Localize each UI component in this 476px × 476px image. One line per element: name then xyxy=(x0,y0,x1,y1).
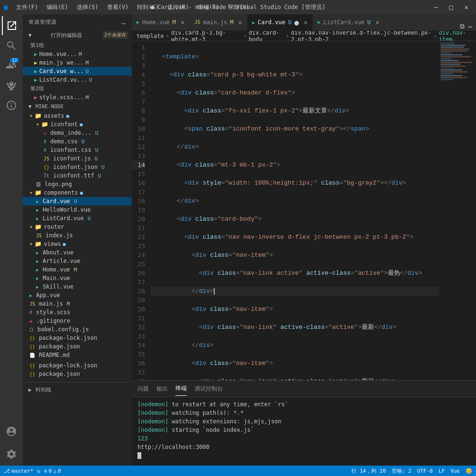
tree-iconfont-ttf[interactable]: Tt iconfont.ttf U xyxy=(23,171,132,180)
open-editors-section[interactable]: ▼ 打开的编辑器 2个未保存 xyxy=(23,29,132,41)
style-scss-icon: # xyxy=(29,310,32,315)
open-file-home-vue-badge: M xyxy=(79,51,82,57)
open-file-style-scss[interactable]: ▶ style.scss... M xyxy=(23,93,132,102)
tab-problems[interactable]: 问题 xyxy=(137,382,149,396)
gitignore-label: .gitignore xyxy=(36,317,70,324)
tree-helloworld-vue[interactable]: ▶ HelloWorld.vue xyxy=(23,205,132,214)
open-editors-label: 打开的编辑器 xyxy=(51,32,82,39)
tab-card-vue[interactable]: ▶ Card.vue U ● × xyxy=(247,14,313,30)
status-encoding[interactable]: UTF-8 xyxy=(417,468,433,474)
tree-views[interactable]: ▾ 📁 views ● xyxy=(23,240,132,248)
status-errors[interactable]: ⊘ 0 △ 0 xyxy=(44,468,61,474)
tree-demo-index[interactable]: ◇ demo_inde... U xyxy=(23,129,132,137)
tab-debug-console[interactable]: 调试控制台 xyxy=(194,382,223,396)
activity-source-control[interactable]: 12 xyxy=(2,56,21,75)
maximize-button[interactable]: □ xyxy=(445,3,457,11)
open-file-main-js[interactable]: ▶ main.js we... M xyxy=(23,58,132,67)
tree-logo-png[interactable]: 🖼 logo.png xyxy=(23,180,132,188)
tab-main-js[interactable]: JS main.js M × xyxy=(190,14,247,30)
tree-assets[interactable]: ▾ 📁 assets ● xyxy=(23,112,132,120)
open-file-home-vue[interactable]: ▶ Home.vue... M xyxy=(23,50,132,58)
code-line-14: </div> xyxy=(151,287,439,296)
status-sync[interactable]: ↻ xyxy=(37,468,40,474)
tree-components[interactable]: ▾ 📁 components ● xyxy=(23,188,132,197)
tab-terminal[interactable]: 终端 xyxy=(175,382,187,396)
menu-view[interactable]: 查看(V) xyxy=(103,2,133,12)
tree-root-pkg[interactable]: {} package.json xyxy=(23,370,132,378)
tree-iconfont[interactable]: ▾ 📁 iconfont ● xyxy=(23,120,132,129)
tree-gitignore[interactable]: ◈ .gitignore xyxy=(23,317,132,325)
timeline-section[interactable]: ▶ 时间线 xyxy=(23,384,132,395)
tree-package-lock-json[interactable]: {} package-lock.json xyxy=(23,334,132,342)
iconfont-js-icon: JS xyxy=(44,156,49,161)
activity-debug[interactable] xyxy=(2,76,21,95)
assets-label: assets xyxy=(44,112,64,119)
menu-file[interactable]: 文件(F) xyxy=(12,2,42,12)
tab-listcard-vue-close[interactable]: × xyxy=(375,19,379,26)
tree-article-vue[interactable]: ▶ Article.vue xyxy=(23,257,132,265)
tab-listcard-vue[interactable]: ▶ ListCard.vue U × xyxy=(313,14,384,30)
readme-label: README.md xyxy=(39,352,70,358)
tree-babel-config[interactable]: ⬡ babel.config.js xyxy=(23,325,132,334)
package-json-label: package.json xyxy=(39,343,80,350)
activity-explorer[interactable] xyxy=(2,16,21,35)
tree-style-scss[interactable]: # style.scss xyxy=(23,308,132,317)
tree-app-vue[interactable]: ▶ App.vue xyxy=(23,291,132,299)
activity-account[interactable] xyxy=(2,422,21,441)
tree-main-js[interactable]: JS main.js M xyxy=(23,299,132,308)
close-button[interactable]: ✕ xyxy=(461,3,472,11)
tab-main-js-close[interactable]: × xyxy=(238,19,242,26)
tree-home-vue[interactable]: ▶ Home.vue M xyxy=(23,265,132,274)
breadcrumb-div-nav: div.nav.nav-inverse.d-flex.jc-between.px… xyxy=(291,31,431,41)
tree-main-vue[interactable]: ▶ Main.vue xyxy=(23,274,132,282)
tab-home-vue[interactable]: ▶ Home.vue M × xyxy=(132,14,190,30)
status-spaces[interactable]: 空格: 2 xyxy=(392,467,412,475)
status-language[interactable]: Vue xyxy=(450,468,460,474)
tree-listcard-vue[interactable]: ▶ ListCard.vue U xyxy=(23,214,132,223)
open-file-listcard-vue[interactable]: ▶ ListCard.vu... U xyxy=(23,75,132,84)
tree-skill-vue[interactable]: ▶ Skill.vue xyxy=(23,282,132,291)
status-branch[interactable]: ⎇ master* xyxy=(4,468,33,474)
vue-icon-2: ▶ xyxy=(34,68,37,75)
iconfont-ttf-icon: Tt xyxy=(44,173,49,178)
status-eol[interactable]: LF xyxy=(439,468,445,474)
tree-readme[interactable]: 📄 README.md xyxy=(23,351,132,359)
open-file-card-vue-badge: U xyxy=(86,68,89,75)
more-actions-icon[interactable]: ⋯ xyxy=(468,23,472,30)
tab-listcard-vue-icon: ▶ xyxy=(318,19,320,25)
activity-settings[interactable] xyxy=(2,445,21,464)
tree-iconfont-json[interactable]: {} iconfont.json U xyxy=(23,163,132,171)
root-pkg-lock-icon: {} xyxy=(29,363,35,368)
views-badge: ● xyxy=(63,241,66,247)
tree-demo-css[interactable]: # demo.css U xyxy=(23,137,132,146)
components-label: components xyxy=(44,189,78,196)
tree-iconfont-js[interactable]: JS iconfont.js U xyxy=(23,154,132,163)
menu-edit[interactable]: 编辑(E) xyxy=(43,2,72,12)
tree-root-pkg-lock[interactable]: {} package-lock.json xyxy=(23,361,132,370)
status-feedback[interactable]: 😊 xyxy=(466,468,472,474)
tab-home-vue-close[interactable]: × xyxy=(181,19,184,26)
tree-about-vue[interactable]: ▶ About.vue xyxy=(23,248,132,257)
tab-card-vue-close[interactable]: × xyxy=(304,19,308,26)
open-file-home-vue-name: Home.vue... xyxy=(39,51,77,57)
project-tree-header[interactable]: ▼ MINE-NODE xyxy=(23,102,132,112)
tree-package-json[interactable]: {} package.json xyxy=(23,342,132,351)
split-editor-icon[interactable]: ⧉ xyxy=(460,22,465,30)
tree-iconfont-css[interactable]: # iconfont.css U xyxy=(23,146,132,154)
tree-router-index[interactable]: JS index.js xyxy=(23,231,132,240)
main-js-badge: M xyxy=(67,301,70,307)
tree-card-vue[interactable]: ▶ Card.vue U xyxy=(23,197,132,205)
activity-search[interactable] xyxy=(2,36,21,55)
terminal-content[interactable]: [nodemon] to restart at any time, enter … xyxy=(132,397,476,466)
new-file-icon[interactable]: … xyxy=(122,18,126,26)
open-file-card-vue[interactable]: ▶ Card.vue w... U xyxy=(23,67,132,75)
code-editor[interactable]: 12345 678910 1112131415 1617181920 21222… xyxy=(132,41,476,380)
code-line-9: </div> xyxy=(151,196,439,205)
tab-output[interactable]: 输出 xyxy=(156,382,168,396)
status-line-col[interactable]: 行 14，列 20 xyxy=(351,467,386,475)
minimize-button[interactable]: − xyxy=(430,3,441,11)
menu-select[interactable]: 选择(S) xyxy=(73,2,102,12)
activity-extensions[interactable] xyxy=(2,96,21,115)
tree-router[interactable]: ▾ 📁 router xyxy=(23,223,132,231)
code-line-6: </div> xyxy=(151,142,439,151)
